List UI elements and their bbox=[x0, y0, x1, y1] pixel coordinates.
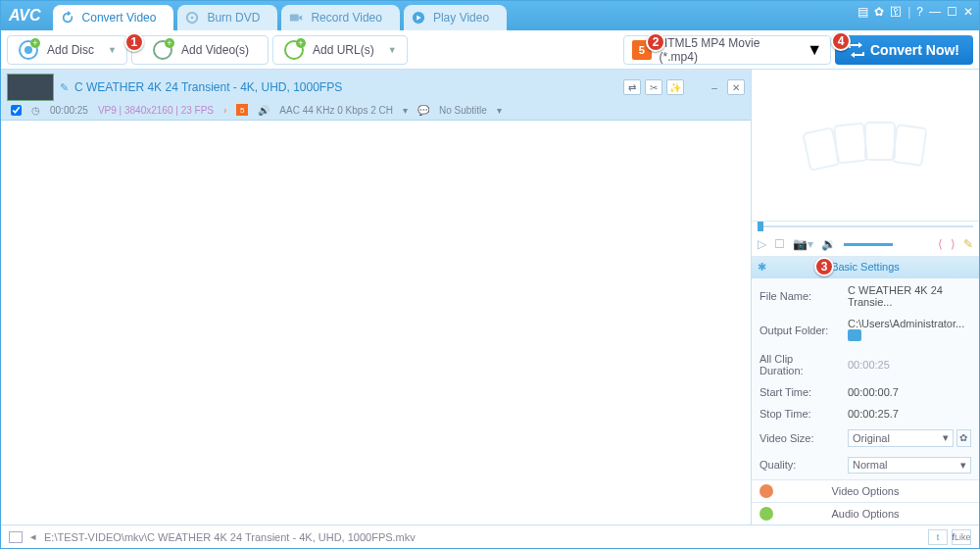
duration: 00:00:25 bbox=[50, 105, 88, 116]
snapshot-icon[interactable]: 📷▾ bbox=[793, 237, 813, 251]
label-output-folder: Output Folder: bbox=[754, 314, 840, 347]
audio-info: AAC 44 KHz 0 Kbps 2 CH bbox=[279, 105, 393, 116]
value-start-time[interactable]: 00:00:00.7 bbox=[842, 382, 977, 402]
refresh-icon bbox=[61, 11, 74, 25]
cut-icon[interactable]: ✂ bbox=[645, 79, 662, 95]
wand-icon[interactable]: ✎ bbox=[963, 237, 973, 251]
statusbar: ◂ E:\TEST-VIDEO\mkv\C WEATHER 4K 24 Tran… bbox=[1, 524, 979, 548]
volume-icon[interactable]: 🔉 bbox=[821, 237, 836, 251]
resolution-fps: VP9 | 3840x2160 | 23 FPS bbox=[98, 105, 214, 116]
chevron-right-icon: › bbox=[223, 105, 226, 116]
badge-1: 1 bbox=[124, 32, 144, 52]
remove-item-icon[interactable]: ✕ bbox=[727, 79, 745, 95]
titlebar: AVC Convert Video Burn DVD Record Video … bbox=[1, 1, 979, 30]
label-stop-time: Stop Time: bbox=[754, 404, 840, 424]
convert-icon bbox=[849, 42, 864, 58]
value-clip-duration: 00:00:25 bbox=[842, 349, 977, 380]
file-name: C WEATHER 4K 24 Transient - 4K, UHD, 100… bbox=[74, 80, 342, 94]
chevron-down-icon[interactable]: ▾ bbox=[497, 105, 502, 116]
chevron-down-icon[interactable]: ▼ bbox=[807, 41, 822, 59]
label-file-name: File Name: bbox=[754, 280, 840, 312]
key-icon[interactable]: ⚿ bbox=[890, 5, 902, 19]
gear-icon[interactable]: ✿ bbox=[956, 429, 971, 447]
side-panel: ▷ ☐ 📷▾ 🔉 ⟨ ⟩ ✎ ✱ 3 Basic Settings File N… bbox=[752, 70, 979, 524]
filmstrip-icon bbox=[797, 111, 934, 179]
label-quality: Quality: bbox=[754, 453, 840, 477]
preview-pane bbox=[752, 70, 979, 222]
svg-point-1 bbox=[191, 17, 194, 20]
app-logo: AVC bbox=[9, 7, 41, 25]
seek-bar[interactable] bbox=[752, 222, 979, 233]
help-icon[interactable]: ? bbox=[916, 5, 923, 19]
menu-icon[interactable]: ▤ bbox=[858, 5, 868, 19]
add-urls-button[interactable]: + Add URL(s) ▼ bbox=[272, 35, 408, 65]
speaker-icon: 🔊 bbox=[258, 105, 270, 116]
chevron-down-icon[interactable]: ▼ bbox=[388, 45, 397, 55]
gear-icon[interactable]: ✿ bbox=[874, 5, 884, 19]
volume-slider[interactable] bbox=[844, 243, 893, 246]
label-video-size: Video Size: bbox=[754, 425, 840, 451]
trim-start-icon[interactable]: ⟨ bbox=[938, 237, 943, 251]
edit-icon[interactable]: ✎ bbox=[60, 81, 69, 94]
convert-now-button[interactable]: 4 Convert Now! bbox=[835, 35, 973, 65]
twitter-icon[interactable]: t bbox=[928, 529, 948, 545]
minimize-item-icon[interactable]: – bbox=[706, 79, 723, 95]
clock-icon: ◷ bbox=[31, 105, 40, 116]
film-plus-icon: + bbox=[152, 39, 173, 61]
tab-label: Convert Video bbox=[82, 11, 157, 25]
stop-icon[interactable]: ☐ bbox=[774, 237, 785, 251]
subtitle-info: No Subtitle bbox=[439, 105, 487, 116]
tab-record-video[interactable]: Record Video bbox=[281, 5, 400, 30]
thumbnail bbox=[7, 74, 54, 101]
value-output-folder: C:\Users\Administrator... bbox=[848, 318, 964, 329]
chevron-down-icon[interactable]: ▼ bbox=[108, 45, 117, 55]
tab-play-video[interactable]: Play Video bbox=[404, 5, 507, 30]
file-list: ✎ C WEATHER 4K 24 Transient - 4K, UHD, 1… bbox=[1, 70, 752, 524]
minimize-icon[interactable]: — bbox=[929, 5, 941, 19]
tab-label: Record Video bbox=[311, 11, 382, 25]
tab-convert-video[interactable]: Convert Video bbox=[53, 5, 174, 30]
status-path: E:\TEST-VIDEO\mkv\C WEATHER 4K 24 Transi… bbox=[44, 531, 416, 543]
svg-rect-6 bbox=[865, 123, 895, 160]
add-disc-button[interactable]: + Add Disc ▼ bbox=[7, 35, 127, 65]
settings-table: File Name: C WEATHER 4K 24 Transie... Ou… bbox=[752, 278, 979, 479]
content: ✎ C WEATHER 4K 24 Transient - 4K, UHD, 1… bbox=[1, 70, 979, 524]
wand-icon[interactable]: ✨ bbox=[666, 79, 684, 95]
video-size-select[interactable]: Original▾ bbox=[848, 429, 954, 447]
value-file-name[interactable]: C WEATHER 4K 24 Transie... bbox=[842, 280, 977, 312]
folder-icon[interactable] bbox=[848, 329, 861, 341]
swap-icon[interactable]: ⇄ bbox=[623, 79, 641, 95]
chevron-left-icon[interactable]: ◂ bbox=[30, 530, 36, 543]
output-format-selector[interactable]: 5 2 HTML5 MP4 Movie (*.mp4) ▼ bbox=[623, 35, 831, 65]
html5-small-icon: 5 bbox=[236, 104, 248, 116]
tab-label: Burn DVD bbox=[207, 11, 260, 25]
maximize-icon[interactable]: ☐ bbox=[947, 5, 957, 19]
list-item[interactable]: ✎ C WEATHER 4K 24 Transient - 4K, UHD, 1… bbox=[1, 70, 751, 121]
svg-rect-2 bbox=[290, 15, 299, 22]
play-icon bbox=[412, 11, 425, 25]
disc-icon bbox=[185, 11, 199, 25]
label-start-time: Start Time: bbox=[754, 382, 840, 402]
value-stop-time[interactable]: 00:00:25.7 bbox=[842, 404, 977, 424]
svg-rect-5 bbox=[834, 123, 867, 163]
facebook-like-button[interactable]: f Like bbox=[952, 529, 971, 545]
quality-select[interactable]: Normal▾ bbox=[848, 457, 971, 474]
globe-icon: ✱ bbox=[758, 261, 766, 274]
disc-plus-icon: + bbox=[18, 39, 39, 61]
window-icon[interactable] bbox=[9, 531, 23, 543]
chevron-down-icon[interactable]: ▾ bbox=[403, 105, 408, 116]
audio-options-button[interactable]: Audio Options bbox=[752, 502, 979, 524]
add-videos-button[interactable]: 1 + Add Video(s) bbox=[131, 35, 269, 65]
item-checkbox[interactable] bbox=[11, 105, 22, 116]
play-icon[interactable]: ▷ bbox=[758, 237, 766, 251]
tab-burn-dvd[interactable]: Burn DVD bbox=[177, 5, 277, 30]
globe-plus-icon: + bbox=[283, 39, 305, 61]
record-icon bbox=[289, 11, 303, 25]
close-icon[interactable]: ✕ bbox=[963, 5, 973, 19]
video-options-button[interactable]: Video Options bbox=[752, 479, 979, 502]
trim-end-icon[interactable]: ⟩ bbox=[951, 237, 956, 251]
badge-4: 4 bbox=[831, 31, 851, 51]
subtitle-icon: 💬 bbox=[417, 105, 429, 116]
window-controls: ▤ ✿ ⚿ | ? — ☐ ✕ bbox=[858, 5, 973, 19]
label-clip-duration: All Clip Duration: bbox=[754, 349, 840, 380]
